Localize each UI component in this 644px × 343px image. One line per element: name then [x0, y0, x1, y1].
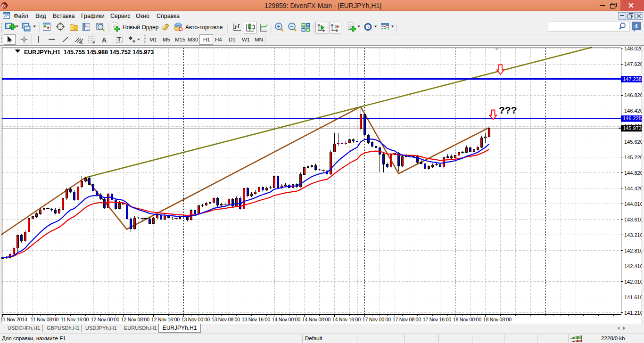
svg-text:E: E	[80, 41, 83, 45]
svg-text:144.010: 144.010	[624, 201, 643, 207]
svg-text:H4: H4	[215, 37, 222, 42]
svg-text:M1: M1	[149, 37, 157, 42]
svg-text:146.225: 146.225	[623, 115, 642, 121]
svg-text:141.610: 141.610	[624, 294, 643, 300]
svg-text:148.020: 148.020	[624, 46, 643, 51]
svg-text:17 Nov 00:00: 17 Nov 00:00	[363, 317, 391, 322]
svg-text:D1: D1	[229, 37, 236, 42]
svg-text:11 Nov 2014: 11 Nov 2014	[0, 317, 27, 322]
svg-text:147.238: 147.238	[623, 76, 642, 82]
svg-text:F: F	[93, 41, 95, 45]
svg-text:12 Nov 00:00: 12 Nov 00:00	[91, 317, 119, 322]
svg-text:142.010: 142.010	[624, 279, 643, 285]
svg-text:13 Nov 08:00: 13 Nov 08:00	[212, 317, 240, 322]
svg-text:11 Nov 08:00: 11 Nov 08:00	[31, 317, 59, 322]
svg-text:fx: fx	[1, 3, 6, 8]
svg-text:146.820: 146.820	[624, 92, 643, 98]
svg-text:EURJPYh,H1 145.755 145.988 14: EURJPYh,H1 145.755 145.988 145.752 145.9…	[24, 49, 154, 56]
svg-text:147.620: 147.620	[624, 61, 643, 67]
svg-text:14 Nov 16:00: 14 Nov 16:00	[332, 317, 361, 322]
svg-text:144.420: 144.420	[624, 186, 643, 191]
svg-text:143.610: 143.610	[624, 217, 643, 222]
svg-text:12 Nov 08:00: 12 Nov 08:00	[121, 317, 149, 322]
svg-text:Авто-торговля: Авто-торговля	[185, 24, 223, 31]
svg-text:141.210: 141.210	[624, 310, 643, 316]
svg-text:18 Nov 00:00: 18 Nov 00:00	[453, 317, 481, 322]
svg-text:142.410: 142.410	[624, 263, 643, 269]
svg-text:14 Nov 08:00: 14 Nov 08:00	[302, 317, 330, 322]
svg-text:T: T	[117, 36, 121, 43]
svg-text:11 Nov 16:00: 11 Nov 16:00	[61, 317, 89, 322]
svg-text:13 Nov 00:00: 13 Nov 00:00	[182, 317, 210, 322]
svg-text:14 Nov 00:00: 14 Nov 00:00	[272, 317, 300, 322]
svg-text:M5: M5	[163, 37, 170, 42]
svg-text:145.973: 145.973	[623, 125, 642, 131]
svg-text:H1: H1	[203, 37, 210, 42]
svg-text:12 Nov 16:00: 12 Nov 16:00	[151, 317, 180, 322]
svg-text:145.220: 145.220	[624, 155, 643, 160]
svg-text:17 Nov 08:00: 17 Nov 08:00	[393, 317, 421, 322]
svg-text:142.810: 142.810	[624, 248, 643, 253]
svg-text:Новый Ордер: Новый Ордер	[123, 24, 159, 31]
svg-text:145.620: 145.620	[624, 139, 643, 145]
svg-text:???: ???	[499, 105, 517, 115]
svg-text:4: 4	[635, 23, 638, 30]
svg-text:144.820: 144.820	[624, 170, 643, 176]
svg-text:M30: M30	[188, 37, 198, 42]
svg-text:A: A	[102, 36, 107, 44]
svg-text:13 Nov 16:00: 13 Nov 16:00	[242, 317, 270, 322]
svg-text:MN: MN	[255, 37, 263, 42]
svg-text:17 Nov 16:00: 17 Nov 16:00	[423, 317, 451, 322]
svg-text:143.210: 143.210	[624, 232, 643, 238]
svg-text:146.420: 146.420	[624, 108, 643, 114]
svg-text:W1: W1	[242, 37, 250, 42]
svg-text:M15: M15	[175, 37, 185, 42]
svg-text:18 Nov 08:00: 18 Nov 08:00	[483, 317, 512, 322]
